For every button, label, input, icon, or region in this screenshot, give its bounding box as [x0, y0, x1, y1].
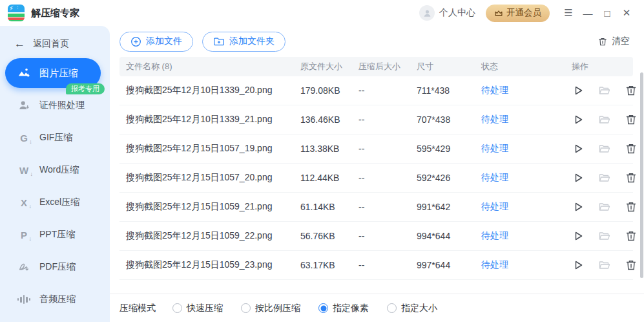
radio-label: 快速压缩 [187, 303, 223, 314]
sidebar-item-label: 证件照处理 [39, 100, 85, 111]
play-icon[interactable] [572, 84, 585, 97]
dimensions: 991*642 [410, 202, 475, 212]
play-icon[interactable] [572, 142, 585, 155]
main-panel: 添加文件 添加文件夹 清空 文件名称 (8) 原文件大小 压缩后大小 尺寸 状态… [110, 26, 644, 322]
play-icon[interactable] [572, 113, 585, 126]
delete-icon[interactable] [625, 230, 638, 242]
sidebar-item-label: PDF压缩 [39, 261, 76, 273]
table-row: 搜狗截图25年12月10日1339_21.png 136.46KB -- 707… [119, 105, 633, 134]
file-name: 搜狗截图25年12月15日1059_22.png [119, 230, 294, 242]
membership-button[interactable]: 开通会员 [486, 5, 550, 22]
titlebar: ⚡ ⋮ 解压缩专家 个人中心 开通会员 ☰ — □ ✕ [0, 0, 644, 26]
play-icon[interactable] [572, 171, 585, 184]
delete-icon[interactable] [625, 84, 638, 97]
status-badge: 待处理 [475, 114, 565, 125]
user-center-button[interactable]: 个人中心 [419, 5, 475, 21]
radio-ratio-compress[interactable]: 按比例压缩 [241, 303, 300, 314]
clear-all-label: 清空 [612, 36, 630, 47]
status-badge: 待处理 [475, 172, 565, 184]
delete-icon[interactable] [625, 113, 638, 126]
delete-icon[interactable] [625, 171, 638, 184]
delete-icon[interactable] [625, 259, 638, 272]
table-row: 搜狗截图25年12月15日1059_21.png 61.14KB -- 991*… [119, 193, 633, 222]
open-folder-icon[interactable] [598, 113, 611, 126]
original-size: 112.44KB [294, 173, 352, 183]
compressed-size: -- [352, 231, 410, 241]
radio-specify-pixels[interactable]: 指定像素 [318, 303, 369, 314]
table-row: 搜狗截图25年12月15日1059_23.png 63.17KB -- 997*… [119, 251, 633, 280]
person-icon [17, 100, 31, 111]
sidebar-item-excel-compress[interactable]: X↓ Excel压缩 [6, 186, 103, 219]
sidebar-item-id-photo[interactable]: 报考专用 证件照处理 [6, 89, 103, 122]
menu-icon[interactable]: ☰ [560, 5, 577, 21]
excel-letter-icon: X↓ [17, 197, 31, 208]
delete-icon[interactable] [625, 200, 638, 213]
close-icon[interactable]: ✕ [618, 5, 635, 21]
scrollbar-thumb[interactable] [640, 72, 643, 278]
dimensions: 707*438 [410, 114, 475, 125]
window-controls: ☰ — □ ✕ [560, 5, 635, 21]
maximize-icon[interactable]: □ [599, 5, 616, 21]
sidebar-item-word-compress[interactable]: W↓ Word压缩 [6, 154, 103, 186]
membership-label: 开通会员 [506, 7, 541, 19]
play-icon[interactable] [572, 230, 585, 242]
table-header: 文件名称 (8) 原文件大小 压缩后大小 尺寸 状态 操作 [119, 57, 633, 76]
clear-all-button[interactable]: 清空 [597, 36, 630, 47]
word-letter-icon: W↓ [17, 165, 31, 176]
user-center-label: 个人中心 [439, 7, 475, 19]
radio-icon [172, 303, 182, 313]
open-folder-icon[interactable] [598, 259, 611, 272]
col-file-name: 文件名称 (8) [119, 61, 294, 72]
status-badge: 待处理 [475, 259, 565, 271]
row-operations [565, 259, 638, 272]
dimensions: 994*644 [410, 231, 475, 241]
add-folder-button[interactable]: 添加文件夹 [202, 32, 286, 52]
col-original-size: 原文件大小 [294, 61, 352, 72]
add-file-button[interactable]: 添加文件 [119, 32, 193, 52]
gif-letter-icon: G↓ [17, 133, 31, 144]
file-name: 搜狗截图25年12月15日1057_19.png [119, 143, 294, 155]
sidebar-item-label: 音频压缩 [39, 294, 76, 305]
file-toolbar: 添加文件 添加文件夹 清空 [110, 26, 644, 57]
open-folder-icon[interactable] [598, 142, 611, 155]
delete-icon[interactable] [625, 142, 638, 155]
add-file-label: 添加文件 [146, 36, 182, 47]
sidebar-item-audio-compress[interactable]: 音频压缩 [6, 283, 103, 316]
table-row: 搜狗截图25年12月15日1059_22.png 56.76KB -- 994*… [119, 222, 633, 251]
row-operations [565, 171, 638, 184]
sidebar-item-label: GIF压缩 [39, 132, 72, 144]
radio-fast-compress[interactable]: 快速压缩 [172, 303, 223, 314]
sidebar-item-label: Word压缩 [39, 164, 79, 176]
open-folder-icon[interactable] [598, 171, 611, 184]
back-home-button[interactable]: ← 返回首页 [0, 31, 110, 57]
minimize-icon[interactable]: — [579, 5, 596, 21]
lightning-icon: ⚡ [9, 5, 14, 12]
radio-specify-size[interactable]: 指定大小 [387, 303, 437, 314]
row-operations [565, 113, 638, 126]
file-name: 搜狗截图25年12月15日1059_23.png [119, 259, 294, 271]
original-size: 61.14KB [294, 202, 352, 212]
radio-icon [318, 303, 328, 313]
sidebar-item-label: PPT压缩 [39, 229, 75, 241]
exam-badge: 报考专用 [66, 83, 105, 94]
image-icon [17, 67, 31, 79]
file-name: 搜狗截图25年12月10日1339_21.png [119, 114, 294, 125]
play-icon[interactable] [572, 259, 585, 272]
app-window: ⚡ ⋮ 解压缩专家 个人中心 开通会员 ☰ — □ ✕ [0, 0, 644, 322]
back-home-label: 返回首页 [33, 38, 69, 50]
sidebar-nav: 图片压缩 报考专用 证件照处理 G↓ GIF压缩 W↓ Word压缩 X↓ Ex… [0, 58, 110, 316]
open-folder-icon[interactable] [598, 200, 611, 213]
sidebar-item-gif-compress[interactable]: G↓ GIF压缩 [6, 122, 103, 154]
row-operations [565, 84, 638, 97]
sidebar-item-ppt-compress[interactable]: P↓ PPT压缩 [6, 219, 103, 251]
file-name: 搜狗截图25年12月15日1057_20.png [119, 172, 294, 184]
sidebar-item-pdf-compress[interactable]: PDF压缩 [6, 251, 103, 283]
open-folder-icon[interactable] [598, 230, 611, 242]
col-status: 状态 [475, 61, 565, 72]
play-icon[interactable] [572, 200, 585, 213]
col-operations: 操作 [565, 61, 633, 72]
compressed-size: -- [352, 202, 410, 212]
zipper-icon: ⋮ [15, 5, 20, 8]
open-folder-icon[interactable] [598, 84, 611, 97]
file-name: 搜狗截图25年12月15日1059_21.png [119, 201, 294, 213]
